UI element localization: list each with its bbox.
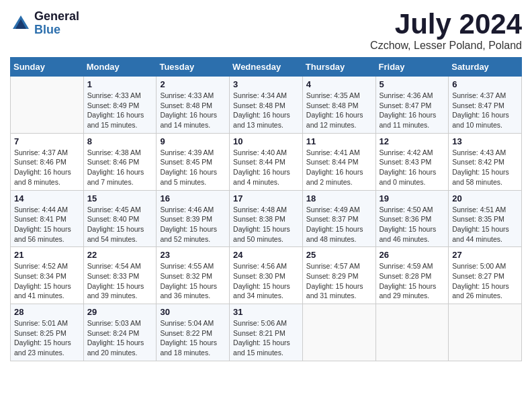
- calendar-cell: 3Sunrise: 4:34 AM Sunset: 8:48 PM Daylig…: [230, 77, 303, 134]
- calendar-cell: 23Sunrise: 4:55 AM Sunset: 8:32 PM Dayli…: [157, 247, 230, 304]
- day-number: 25: [306, 250, 372, 260]
- month-title: July 2024: [370, 10, 522, 38]
- day-info: Sunrise: 5:00 AM Sunset: 8:27 PM Dayligh…: [452, 261, 518, 301]
- calendar-cell: 4Sunrise: 4:35 AM Sunset: 8:48 PM Daylig…: [302, 77, 375, 134]
- calendar-cell: 24Sunrise: 4:56 AM Sunset: 8:30 PM Dayli…: [230, 247, 303, 304]
- day-info: Sunrise: 5:06 AM Sunset: 8:21 PM Dayligh…: [233, 318, 299, 358]
- day-number: 13: [452, 136, 518, 146]
- day-info: Sunrise: 4:37 AM Sunset: 8:46 PM Dayligh…: [14, 148, 80, 187]
- calendar-cell: [375, 304, 449, 361]
- day-info: Sunrise: 4:43 AM Sunset: 8:42 PM Dayligh…: [452, 148, 518, 187]
- day-number: 19: [380, 193, 445, 203]
- calendar-cell: 30Sunrise: 5:04 AM Sunset: 8:22 PM Dayli…: [157, 304, 230, 361]
- calendar-week-row: 28Sunrise: 5:01 AM Sunset: 8:25 PM Dayli…: [11, 304, 522, 361]
- day-info: Sunrise: 4:59 AM Sunset: 8:28 PM Dayligh…: [380, 261, 445, 301]
- calendar-week-row: 1Sunrise: 4:33 AM Sunset: 8:49 PM Daylig…: [11, 77, 522, 134]
- day-number: 29: [87, 307, 153, 317]
- calendar-cell: 22Sunrise: 4:54 AM Sunset: 8:33 PM Dayli…: [83, 247, 157, 304]
- weekday-header-row: SundayMondayTuesdayWednesdayThursdayFrid…: [11, 58, 522, 77]
- calendar: SundayMondayTuesdayWednesdayThursdayFrid…: [10, 57, 522, 361]
- calendar-cell: 28Sunrise: 5:01 AM Sunset: 8:25 PM Dayli…: [11, 304, 84, 361]
- day-info: Sunrise: 5:01 AM Sunset: 8:25 PM Dayligh…: [14, 318, 80, 358]
- day-number: 24: [233, 250, 299, 260]
- logo-icon: [10, 13, 32, 34]
- day-number: 5: [380, 79, 445, 89]
- calendar-cell: 8Sunrise: 4:38 AM Sunset: 8:46 PM Daylig…: [83, 133, 157, 190]
- day-info: Sunrise: 4:36 AM Sunset: 8:47 PM Dayligh…: [380, 91, 445, 130]
- calendar-cell: 6Sunrise: 4:37 AM Sunset: 8:47 PM Daylig…: [449, 77, 522, 134]
- day-info: Sunrise: 4:38 AM Sunset: 8:46 PM Dayligh…: [87, 148, 153, 187]
- calendar-week-row: 21Sunrise: 4:52 AM Sunset: 8:34 PM Dayli…: [11, 247, 522, 304]
- weekday-header-sunday: Sunday: [11, 58, 84, 77]
- day-info: Sunrise: 5:03 AM Sunset: 8:24 PM Dayligh…: [87, 318, 153, 358]
- day-info: Sunrise: 4:44 AM Sunset: 8:41 PM Dayligh…: [14, 205, 80, 244]
- calendar-cell: 19Sunrise: 4:50 AM Sunset: 8:36 PM Dayli…: [375, 190, 449, 247]
- day-info: Sunrise: 4:49 AM Sunset: 8:37 PM Dayligh…: [306, 205, 372, 244]
- location-title: Czchow, Lesser Poland, Poland: [370, 40, 522, 52]
- day-info: Sunrise: 4:41 AM Sunset: 8:44 PM Dayligh…: [306, 148, 372, 187]
- weekday-header-friday: Friday: [375, 58, 449, 77]
- calendar-cell: 17Sunrise: 4:48 AM Sunset: 8:38 PM Dayli…: [230, 190, 303, 247]
- day-info: Sunrise: 4:46 AM Sunset: 8:39 PM Dayligh…: [160, 205, 226, 244]
- day-number: 23: [160, 250, 226, 260]
- title-area: July 2024 Czchow, Lesser Poland, Poland: [370, 10, 522, 52]
- weekday-header-tuesday: Tuesday: [157, 58, 230, 77]
- weekday-header-monday: Monday: [83, 58, 157, 77]
- day-number: 18: [306, 193, 372, 203]
- day-info: Sunrise: 4:48 AM Sunset: 8:38 PM Dayligh…: [233, 205, 299, 244]
- calendar-week-row: 7Sunrise: 4:37 AM Sunset: 8:46 PM Daylig…: [11, 133, 522, 190]
- calendar-cell: 13Sunrise: 4:43 AM Sunset: 8:42 PM Dayli…: [449, 133, 522, 190]
- day-number: 22: [87, 250, 153, 260]
- calendar-cell: 10Sunrise: 4:40 AM Sunset: 8:44 PM Dayli…: [230, 133, 303, 190]
- calendar-cell: 26Sunrise: 4:59 AM Sunset: 8:28 PM Dayli…: [375, 247, 449, 304]
- day-number: 1: [87, 79, 153, 89]
- day-number: 16: [160, 193, 226, 203]
- day-number: 27: [452, 250, 518, 260]
- day-number: 12: [380, 136, 445, 146]
- day-number: 2: [160, 79, 226, 89]
- day-number: 26: [380, 250, 445, 260]
- calendar-cell: 11Sunrise: 4:41 AM Sunset: 8:44 PM Dayli…: [302, 133, 375, 190]
- page-header: General Blue July 2024 Czchow, Lesser Po…: [10, 10, 522, 52]
- logo: General Blue: [10, 10, 79, 37]
- day-info: Sunrise: 4:34 AM Sunset: 8:48 PM Dayligh…: [233, 91, 299, 130]
- day-number: 17: [233, 193, 299, 203]
- day-info: Sunrise: 4:57 AM Sunset: 8:29 PM Dayligh…: [306, 261, 372, 301]
- calendar-cell: 21Sunrise: 4:52 AM Sunset: 8:34 PM Dayli…: [11, 247, 84, 304]
- day-info: Sunrise: 4:45 AM Sunset: 8:40 PM Dayligh…: [87, 205, 153, 244]
- day-info: Sunrise: 5:04 AM Sunset: 8:22 PM Dayligh…: [160, 318, 226, 358]
- calendar-cell: 16Sunrise: 4:46 AM Sunset: 8:39 PM Dayli…: [157, 190, 230, 247]
- weekday-header-wednesday: Wednesday: [230, 58, 303, 77]
- calendar-cell: 2Sunrise: 4:33 AM Sunset: 8:48 PM Daylig…: [157, 77, 230, 134]
- day-number: 14: [14, 193, 80, 203]
- day-info: Sunrise: 4:55 AM Sunset: 8:32 PM Dayligh…: [160, 261, 226, 301]
- calendar-cell: 5Sunrise: 4:36 AM Sunset: 8:47 PM Daylig…: [375, 77, 449, 134]
- calendar-cell: 14Sunrise: 4:44 AM Sunset: 8:41 PM Dayli…: [11, 190, 84, 247]
- day-number: 30: [160, 307, 226, 317]
- calendar-cell: 20Sunrise: 4:51 AM Sunset: 8:35 PM Dayli…: [449, 190, 522, 247]
- calendar-cell: [302, 304, 375, 361]
- calendar-cell: 27Sunrise: 5:00 AM Sunset: 8:27 PM Dayli…: [449, 247, 522, 304]
- day-number: 4: [306, 79, 372, 89]
- day-number: 8: [87, 136, 153, 146]
- calendar-cell: 9Sunrise: 4:39 AM Sunset: 8:45 PM Daylig…: [157, 133, 230, 190]
- day-info: Sunrise: 4:35 AM Sunset: 8:48 PM Dayligh…: [306, 91, 372, 130]
- day-number: 28: [14, 307, 80, 317]
- day-info: Sunrise: 4:40 AM Sunset: 8:44 PM Dayligh…: [233, 148, 299, 187]
- logo-text: General Blue: [34, 10, 79, 37]
- day-info: Sunrise: 4:54 AM Sunset: 8:33 PM Dayligh…: [87, 261, 153, 301]
- day-number: 7: [14, 136, 80, 146]
- day-number: 31: [233, 307, 299, 317]
- logo-general: General: [34, 10, 79, 24]
- calendar-cell: 18Sunrise: 4:49 AM Sunset: 8:37 PM Dayli…: [302, 190, 375, 247]
- day-number: 15: [87, 193, 153, 203]
- calendar-cell: 25Sunrise: 4:57 AM Sunset: 8:29 PM Dayli…: [302, 247, 375, 304]
- day-number: 10: [233, 136, 299, 146]
- day-info: Sunrise: 4:37 AM Sunset: 8:47 PM Dayligh…: [452, 91, 518, 130]
- day-info: Sunrise: 4:39 AM Sunset: 8:45 PM Dayligh…: [160, 148, 226, 187]
- calendar-cell: 15Sunrise: 4:45 AM Sunset: 8:40 PM Dayli…: [83, 190, 157, 247]
- day-info: Sunrise: 4:50 AM Sunset: 8:36 PM Dayligh…: [380, 205, 445, 244]
- calendar-week-row: 14Sunrise: 4:44 AM Sunset: 8:41 PM Dayli…: [11, 190, 522, 247]
- calendar-cell: 29Sunrise: 5:03 AM Sunset: 8:24 PM Dayli…: [83, 304, 157, 361]
- day-number: 20: [452, 193, 518, 203]
